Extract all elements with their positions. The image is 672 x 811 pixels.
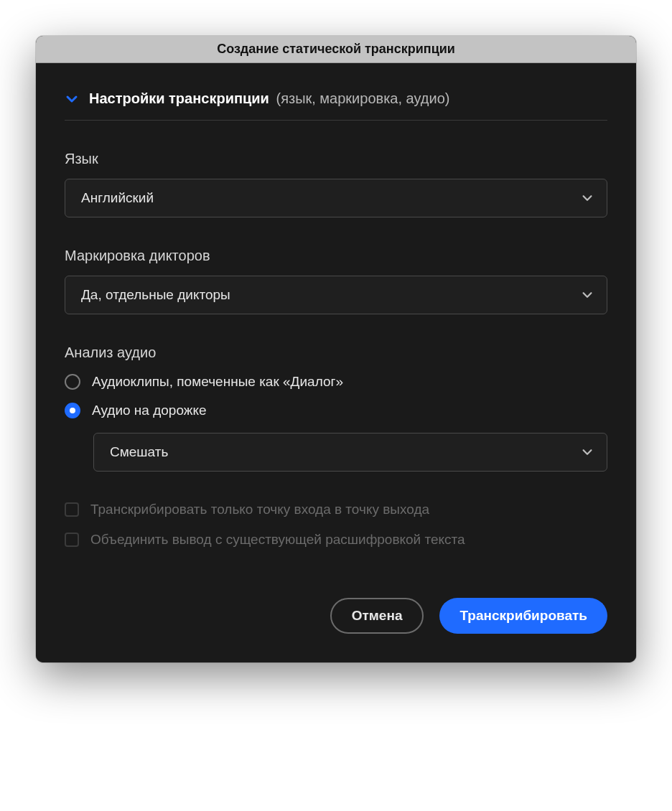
dialog-content: Настройки транскрипции (язык, маркировка…	[36, 63, 636, 662]
checkbox-icon	[65, 533, 79, 547]
audio-analysis-field: Анализ аудио Аудиоклипы, помеченные как …	[65, 344, 607, 472]
language-label: Язык	[65, 151, 607, 167]
checkbox-label-merge: Объединить вывод с существующей расшифро…	[90, 532, 465, 548]
speaker-labeling-field: Маркировка дикторов Да, отдельные диктор…	[65, 248, 607, 314]
transcribe-button[interactable]: Транскрибировать	[439, 598, 607, 634]
radio-audio-on-track[interactable]: Аудио на дорожке	[65, 403, 607, 418]
transcription-dialog: Создание статической транскрипции Настро…	[36, 36, 636, 662]
radio-dialog-clips[interactable]: Аудиоклипы, помеченные как «Диалог»	[65, 374, 607, 390]
language-field: Язык Английский	[65, 151, 607, 217]
language-value: Английский	[81, 190, 154, 206]
language-select[interactable]: Английский	[65, 179, 607, 217]
cancel-button[interactable]: Отмена	[330, 598, 424, 634]
radio-icon	[65, 403, 80, 418]
checkbox-group: Транскрибировать только точку входа в то…	[65, 502, 607, 548]
section-title-bold: Настройки транскрипции	[89, 90, 269, 106]
dialog-titlebar: Создание статической транскрипции	[36, 36, 636, 63]
speaker-labeling-value: Да, отдельные дикторы	[81, 287, 230, 303]
section-toggle[interactable]: Настройки транскрипции (язык, маркировка…	[65, 63, 607, 121]
audio-analysis-label: Анализ аудио	[65, 344, 607, 361]
radio-label-audio-on-track: Аудио на дорожке	[92, 403, 207, 418]
chevron-down-icon	[581, 289, 594, 301]
track-mix-select[interactable]: Смешать	[93, 433, 607, 472]
chevron-down-icon	[581, 446, 594, 459]
chevron-down-icon	[581, 192, 594, 205]
radio-label-dialog-clips: Аудиоклипы, помеченные как «Диалог»	[92, 374, 343, 390]
checkbox-label-in-out: Транскрибировать только точку входа в то…	[90, 502, 429, 517]
dialog-buttons: Отмена Транскрибировать	[65, 598, 607, 634]
track-mix-value: Смешать	[110, 444, 168, 460]
radio-icon	[65, 374, 80, 390]
speaker-labeling-select[interactable]: Да, отдельные дикторы	[65, 276, 607, 314]
section-title-muted: (язык, маркировка, аудио)	[276, 90, 449, 106]
checkbox-in-out-only: Транскрибировать только точку входа в то…	[65, 502, 607, 517]
dialog-title: Создание статической транскрипции	[217, 42, 455, 57]
checkbox-icon	[65, 502, 79, 517]
speaker-labeling-label: Маркировка дикторов	[65, 248, 607, 264]
checkbox-merge-output: Объединить вывод с существующей расшифро…	[65, 532, 607, 548]
chevron-down-icon	[65, 92, 79, 106]
